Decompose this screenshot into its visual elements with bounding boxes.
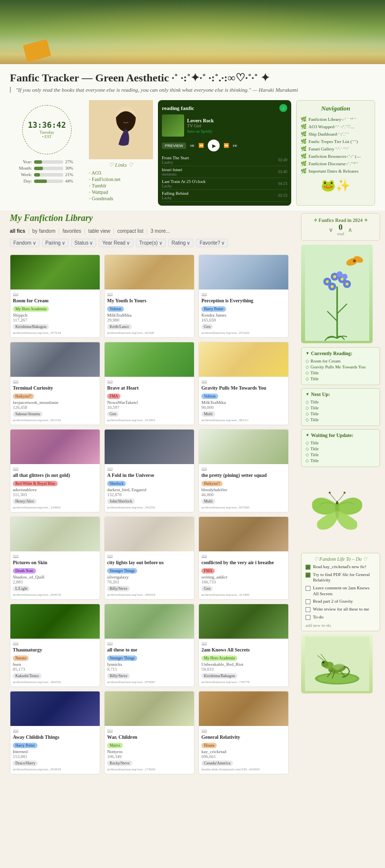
link-item[interactable]: Wattpad — [89, 189, 153, 195]
fic-card[interactable]: 📖 Away Childish Things Harry Potter Inte… — [10, 691, 100, 774]
toolbar-favorites[interactable]: favorites — [63, 228, 81, 234]
fic-card[interactable]: 📖 all that glitters (is not gold) Red Wh… — [10, 429, 100, 512]
filter-button[interactable]: Pairing ∨ — [42, 239, 69, 247]
toolbar-table-view[interactable]: table view — [88, 228, 110, 234]
fic-author: Interned — [13, 749, 97, 754]
link-item[interactable]: Goodreads — [89, 195, 153, 202]
toolbar-more[interactable]: 3 more... — [151, 228, 170, 234]
next-up-item[interactable]: Title — [306, 405, 376, 411]
waiting-update-item[interactable]: Title — [306, 452, 376, 458]
next-up-item[interactable]: Title — [306, 417, 376, 423]
fic-pairing-tag: Keith/Lance — [107, 324, 132, 329]
progress-bar-fill — [34, 167, 43, 170]
todo-item[interactable]: To-do — [306, 615, 376, 620]
next-up-item[interactable]: Title — [306, 411, 376, 417]
fic-card[interactable]: 📖 Gravity Pulls Me Towards You Voltron M… — [198, 342, 289, 425]
filter-button[interactable]: Favorite? ∨ — [196, 239, 228, 247]
fic-card[interactable]: 📖 conflicted by the very air i breathe F… — [198, 516, 289, 600]
todo-add-button[interactable]: add new to-do — [306, 623, 376, 628]
nav-item[interactable]: 🌿Fanfiction Library·:·˚ ˙ ˘°˙˚ — [301, 115, 371, 123]
next-up-item[interactable]: Title — [306, 399, 376, 405]
waiting-update-section: Waiting for Update: TitleTitleTitleTitle — [301, 429, 380, 467]
link-item[interactable]: AO3 — [89, 170, 153, 176]
spotify-forward-icon[interactable]: ⏩ — [224, 143, 229, 148]
todo-item[interactable]: Write review for all these to me — [306, 607, 376, 613]
nav-item[interactable]: 🌿Fanfiction Discourse·:˚.˚˚°˚˚ — [301, 160, 371, 167]
todo-checkbox[interactable] — [306, 599, 310, 604]
fic-card[interactable]: 📖 2am Knows All Secrets My Hero Academia… — [198, 604, 289, 687]
todo-checkbox[interactable]: ✓ — [306, 565, 310, 570]
fic-card[interactable]: 📖 My Youth Is Yours Voltron MilkTeaMiku … — [104, 254, 194, 338]
currently-reading-item[interactable]: Title — [306, 370, 376, 376]
fic-card[interactable]: 📖 all these to me Stranger Things lynnic… — [104, 604, 194, 687]
todo-item[interactable]: ✓ Try to find PDF file for General Relat… — [306, 572, 376, 583]
fic-card[interactable]: 📖 A Fold in the Universe Sherlock darkes… — [104, 429, 194, 512]
filter-button[interactable]: Status ∨ — [71, 239, 96, 247]
track-artist: Lachy — [162, 196, 189, 200]
filter-button[interactable]: Rating ∨ — [168, 239, 194, 247]
fic-card[interactable]: 📖 Thaumaturgy Naruto hsen 85,173 Kakashi… — [10, 604, 100, 687]
nav-list: 🌿Fanfiction Library·:·˚ ˙ ˘°˙˚🌿AO3 Wrapp… — [301, 115, 371, 175]
toolbar-all-fics[interactable]: all fics — [10, 228, 25, 234]
nav-item[interactable]: 🌿Fanfic Tropes Tier List (˘˘˘) — [301, 138, 371, 145]
toolbar-by-fandom[interactable]: by fandom — [33, 228, 56, 234]
fic-url: archiveofourown.org/wor...99151/ — [201, 418, 286, 422]
link-item[interactable]: FanFiction.net — [89, 176, 153, 182]
spotify-track-item[interactable]: From The Start Laufey 02:49 — [162, 154, 287, 166]
currently-reading-item[interactable]: Title — [306, 376, 376, 382]
currently-reading-item[interactable]: Gravity Pulls Me Towards You — [306, 364, 376, 370]
fic-card[interactable]: 📖 War, Children Matrvi Nottyros 106,349 … — [104, 691, 194, 774]
spotify-next-icon[interactable]: ⏭ — [233, 143, 237, 148]
fic-card[interactable]: 📖 Pictures on Skin Death Note Shadow_of_… — [10, 516, 100, 600]
filter-button[interactable]: Fandom ∨ — [10, 239, 39, 247]
count-increment[interactable]: ∧ — [348, 226, 352, 233]
nav-item[interactable]: 🌿AO3 Wrapped·˚·˚ ·:˚.˚♡... — [301, 123, 371, 130]
toolbar-compact-list[interactable]: compact list — [117, 228, 144, 234]
currently-reading-item[interactable]: Room for Cream — [306, 358, 376, 364]
fic-card[interactable]: 📖 Brave at Heart FMA NowaWasTaken1 10,59… — [104, 342, 194, 425]
todo-item[interactable]: ✓ Read kay_cricketad's new fic! — [306, 564, 376, 570]
nav-item[interactable]: 🌿Fanfiction Resources·:˚·:˚ (— — [301, 152, 371, 160]
track-info: kirari futari memento — [162, 167, 182, 177]
spotify-track-item[interactable]: kirari futari memento 02:40 — [162, 166, 287, 178]
todo-item[interactable]: Read part 2 of Gravity — [306, 599, 376, 605]
spotify-track-item[interactable]: Last Train At 25 O'clock Lachy 04:23 — [162, 178, 287, 190]
filter-button[interactable]: Trope(s) ∨ — [136, 239, 165, 247]
fic-card[interactable]: 📖 General Relativity Hinata kay_cricketa… — [198, 691, 289, 774]
waiting-update-list: TitleTitleTitleTitle — [306, 440, 376, 464]
filter-chevron: ∨ — [187, 240, 190, 246]
fic-cover-image — [10, 430, 100, 464]
todo-item[interactable]: Leave comment on 2am Knows All Secrets — [306, 585, 376, 597]
spotify-play-button[interactable]: ▶ — [208, 140, 220, 151]
waiting-update-title: Waiting for Update: — [306, 433, 376, 438]
todo-checkbox[interactable] — [306, 586, 310, 591]
nav-item[interactable]: 🌿Fanart Gallery ˚·˚·˙ ˘˚·˚ — [301, 145, 371, 152]
link-item[interactable]: Tumblr — [89, 182, 153, 189]
fic-card[interactable]: 📖 Terminal Curiosity Haikyuu!! favpacetw… — [10, 342, 100, 425]
waiting-update-item[interactable]: Title — [306, 458, 376, 464]
fic-author: hsen — [13, 662, 97, 667]
spotify-widget[interactable]: reading fanfic ♪ Lovers Rock TV Girl Sav… — [158, 100, 291, 206]
spotify-preview-button[interactable]: PREVIEW — [162, 143, 186, 149]
spotify-prev-icon[interactable]: ⏮ — [190, 143, 194, 148]
nav-item[interactable]: 🌿Important Dates & Releases — [301, 167, 371, 175]
fic-card[interactable]: 📖 Perception is Everything Harry Potter … — [198, 254, 289, 338]
waiting-update-item[interactable]: Title — [306, 440, 376, 446]
fic-card[interactable]: 📖 city lights lay out before us Stranger… — [104, 516, 194, 600]
fic-author: Nottyros — [107, 749, 192, 754]
spotify-back-icon[interactable]: ⏪ — [198, 143, 204, 148]
spotify-controls[interactable]: PREVIEW ⏮ ⏪ ▶ ⏩ ⏭ — [162, 140, 287, 151]
todo-checkbox[interactable]: ✓ — [306, 573, 310, 578]
nav-item[interactable]: 🌿Ship Dashboard·˚·:˚.˚˙˚ — [301, 130, 371, 138]
spotify-track-item[interactable]: Falling Behind Lachy 02:53 — [162, 190, 287, 202]
count-decrement[interactable]: ∨ — [329, 226, 333, 233]
fic-card[interactable]: 📖 the pretty (pining) setter squad Haiky… — [198, 429, 289, 512]
track-info: Last Train At 25 O'clock Lachy — [162, 179, 206, 188]
fic-word-count: 9,715 — [107, 667, 192, 672]
fic-card[interactable]: 📖 Room for Cream My Hero Academia Shippc… — [10, 254, 100, 338]
todo-checkbox[interactable] — [306, 607, 310, 612]
progress-bar-bg — [34, 173, 63, 177]
filter-button[interactable]: Year Read ∨ — [99, 239, 133, 247]
todo-checkbox[interactable] — [306, 615, 310, 620]
waiting-update-item[interactable]: Title — [306, 446, 376, 452]
